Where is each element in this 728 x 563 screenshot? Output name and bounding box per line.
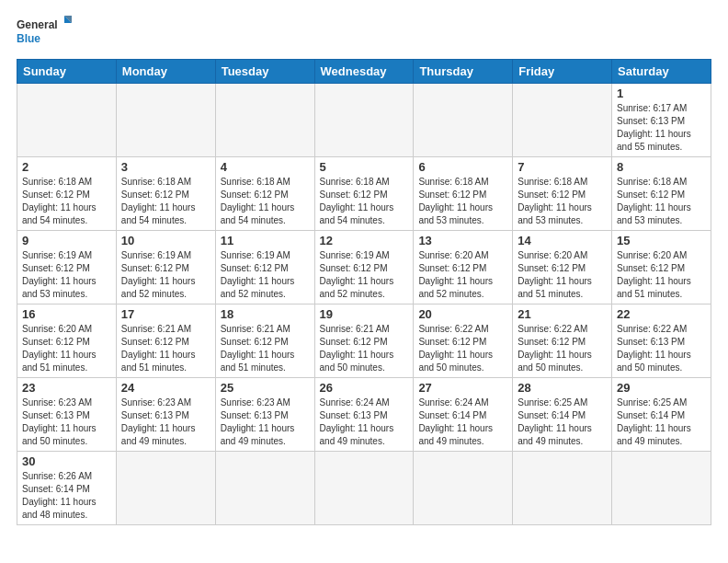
day-info: Sunrise: 6:25 AM Sunset: 6:14 PM Dayligh… — [518, 396, 607, 448]
calendar-week-1: 1Sunrise: 6:17 AM Sunset: 6:13 PM Daylig… — [17, 84, 711, 157]
day-info: Sunrise: 6:20 AM Sunset: 6:12 PM Dayligh… — [617, 249, 706, 301]
weekday-sunday: Sunday — [17, 60, 117, 84]
calendar-cell: 8Sunrise: 6:18 AM Sunset: 6:12 PM Daylig… — [612, 157, 711, 231]
day-number: 21 — [518, 307, 607, 321]
day-number: 26 — [320, 381, 409, 395]
day-number: 7 — [518, 160, 607, 174]
day-number: 3 — [121, 160, 210, 174]
day-info: Sunrise: 6:18 AM Sunset: 6:12 PM Dayligh… — [320, 176, 409, 227]
day-info: Sunrise: 6:22 AM Sunset: 6:12 PM Dayligh… — [418, 323, 507, 374]
day-info: Sunrise: 6:18 AM Sunset: 6:12 PM Dayligh… — [418, 176, 507, 227]
weekday-tuesday: Tuesday — [215, 60, 314, 84]
calendar-cell: 28Sunrise: 6:25 AM Sunset: 6:14 PM Dayli… — [513, 378, 612, 452]
day-number: 11 — [221, 234, 310, 247]
calendar-cell: 10Sunrise: 6:19 AM Sunset: 6:12 PM Dayli… — [116, 231, 215, 304]
day-number: 15 — [617, 234, 706, 247]
calendar-cell — [215, 84, 314, 157]
day-info: Sunrise: 6:26 AM Sunset: 6:14 PM Dayligh… — [22, 470, 111, 522]
day-info: Sunrise: 6:21 AM Sunset: 6:12 PM Dayligh… — [221, 323, 310, 374]
day-number: 19 — [320, 307, 409, 321]
day-info: Sunrise: 6:18 AM Sunset: 6:12 PM Dayligh… — [221, 176, 310, 227]
day-info: Sunrise: 6:23 AM Sunset: 6:13 PM Dayligh… — [22, 396, 111, 448]
calendar-cell: 16Sunrise: 6:20 AM Sunset: 6:12 PM Dayli… — [17, 304, 117, 378]
day-info: Sunrise: 6:18 AM Sunset: 6:12 PM Dayligh… — [121, 176, 210, 227]
logo-svg: General Blue — [17, 15, 72, 50]
day-info: Sunrise: 6:22 AM Sunset: 6:12 PM Dayligh… — [518, 323, 607, 374]
calendar-cell — [414, 84, 513, 157]
weekday-friday: Friday — [513, 60, 612, 84]
day-number: 18 — [221, 307, 310, 321]
day-info: Sunrise: 6:23 AM Sunset: 6:13 PM Dayligh… — [121, 396, 210, 448]
day-info: Sunrise: 6:22 AM Sunset: 6:13 PM Dayligh… — [617, 323, 706, 374]
calendar-cell: 24Sunrise: 6:23 AM Sunset: 6:13 PM Dayli… — [116, 378, 215, 452]
day-number: 29 — [617, 381, 706, 395]
calendar-cell: 12Sunrise: 6:19 AM Sunset: 6:12 PM Dayli… — [314, 231, 414, 304]
day-number: 23 — [22, 381, 111, 395]
weekday-monday: Monday — [116, 60, 215, 84]
day-number: 16 — [22, 307, 111, 321]
calendar-cell: 5Sunrise: 6:18 AM Sunset: 6:12 PM Daylig… — [314, 157, 414, 231]
day-number: 14 — [518, 234, 607, 247]
day-number: 25 — [221, 381, 310, 395]
calendar-cell — [215, 452, 314, 525]
calendar-cell: 21Sunrise: 6:22 AM Sunset: 6:12 PM Dayli… — [513, 304, 612, 378]
calendar-page: General Blue SundayMondayTuesdayWednesda… — [0, 0, 728, 563]
day-info: Sunrise: 6:24 AM Sunset: 6:13 PM Dayligh… — [320, 396, 409, 448]
day-info: Sunrise: 6:17 AM Sunset: 6:13 PM Dayligh… — [617, 102, 706, 154]
calendar-cell — [17, 84, 117, 157]
svg-text:General: General — [17, 18, 58, 31]
calendar-cell: 30Sunrise: 6:26 AM Sunset: 6:14 PM Dayli… — [17, 452, 117, 525]
weekday-header-row: SundayMondayTuesdayWednesdayThursdayFrid… — [17, 60, 711, 84]
day-info: Sunrise: 6:21 AM Sunset: 6:12 PM Dayligh… — [121, 323, 210, 374]
day-number: 12 — [320, 234, 409, 247]
calendar-cell: 14Sunrise: 6:20 AM Sunset: 6:12 PM Dayli… — [513, 231, 612, 304]
calendar-cell: 6Sunrise: 6:18 AM Sunset: 6:12 PM Daylig… — [414, 157, 513, 231]
calendar-cell: 18Sunrise: 6:21 AM Sunset: 6:12 PM Dayli… — [215, 304, 314, 378]
weekday-thursday: Thursday — [414, 60, 513, 84]
day-number: 10 — [121, 234, 210, 247]
day-info: Sunrise: 6:18 AM Sunset: 6:12 PM Dayligh… — [617, 176, 706, 227]
calendar-cell: 27Sunrise: 6:24 AM Sunset: 6:14 PM Dayli… — [414, 378, 513, 452]
day-info: Sunrise: 6:21 AM Sunset: 6:12 PM Dayligh… — [320, 323, 409, 374]
calendar-cell — [414, 452, 513, 525]
calendar-cell — [513, 84, 612, 157]
calendar-cell: 25Sunrise: 6:23 AM Sunset: 6:13 PM Dayli… — [215, 378, 314, 452]
header: General Blue — [17, 15, 711, 50]
day-info: Sunrise: 6:24 AM Sunset: 6:14 PM Dayligh… — [418, 396, 507, 448]
calendar-week-6: 30Sunrise: 6:26 AM Sunset: 6:14 PM Dayli… — [17, 452, 711, 525]
day-info: Sunrise: 6:19 AM Sunset: 6:12 PM Dayligh… — [22, 249, 111, 301]
logo: General Blue — [17, 15, 72, 50]
day-number: 22 — [617, 307, 706, 321]
calendar-cell: 17Sunrise: 6:21 AM Sunset: 6:12 PM Dayli… — [116, 304, 215, 378]
calendar-cell — [314, 84, 414, 157]
calendar-cell: 15Sunrise: 6:20 AM Sunset: 6:12 PM Dayli… — [612, 231, 711, 304]
calendar-cell: 2Sunrise: 6:18 AM Sunset: 6:12 PM Daylig… — [17, 157, 117, 231]
day-number: 4 — [221, 160, 310, 174]
svg-text:Blue: Blue — [17, 32, 40, 45]
day-number: 5 — [320, 160, 409, 174]
day-number: 13 — [418, 234, 507, 247]
day-number: 17 — [121, 307, 210, 321]
calendar-cell: 23Sunrise: 6:23 AM Sunset: 6:13 PM Dayli… — [17, 378, 117, 452]
calendar-week-4: 16Sunrise: 6:20 AM Sunset: 6:12 PM Dayli… — [17, 304, 711, 378]
day-info: Sunrise: 6:19 AM Sunset: 6:12 PM Dayligh… — [121, 249, 210, 301]
day-info: Sunrise: 6:25 AM Sunset: 6:14 PM Dayligh… — [617, 396, 706, 448]
day-info: Sunrise: 6:20 AM Sunset: 6:12 PM Dayligh… — [518, 249, 607, 301]
day-number: 27 — [418, 381, 507, 395]
day-info: Sunrise: 6:23 AM Sunset: 6:13 PM Dayligh… — [221, 396, 310, 448]
day-info: Sunrise: 6:19 AM Sunset: 6:12 PM Dayligh… — [221, 249, 310, 301]
day-number: 9 — [22, 234, 111, 247]
calendar-cell: 3Sunrise: 6:18 AM Sunset: 6:12 PM Daylig… — [116, 157, 215, 231]
calendar-cell: 11Sunrise: 6:19 AM Sunset: 6:12 PM Dayli… — [215, 231, 314, 304]
day-number: 20 — [418, 307, 507, 321]
day-number: 2 — [22, 160, 111, 174]
calendar-cell: 26Sunrise: 6:24 AM Sunset: 6:13 PM Dayli… — [314, 378, 414, 452]
calendar-cell: 13Sunrise: 6:20 AM Sunset: 6:12 PM Dayli… — [414, 231, 513, 304]
day-number: 6 — [418, 160, 507, 174]
calendar-week-2: 2Sunrise: 6:18 AM Sunset: 6:12 PM Daylig… — [17, 157, 711, 231]
day-number: 1 — [617, 86, 706, 100]
day-number: 8 — [617, 160, 706, 174]
calendar-body: 1Sunrise: 6:17 AM Sunset: 6:13 PM Daylig… — [17, 84, 711, 525]
weekday-saturday: Saturday — [612, 60, 711, 84]
day-info: Sunrise: 6:20 AM Sunset: 6:12 PM Dayligh… — [22, 323, 111, 374]
